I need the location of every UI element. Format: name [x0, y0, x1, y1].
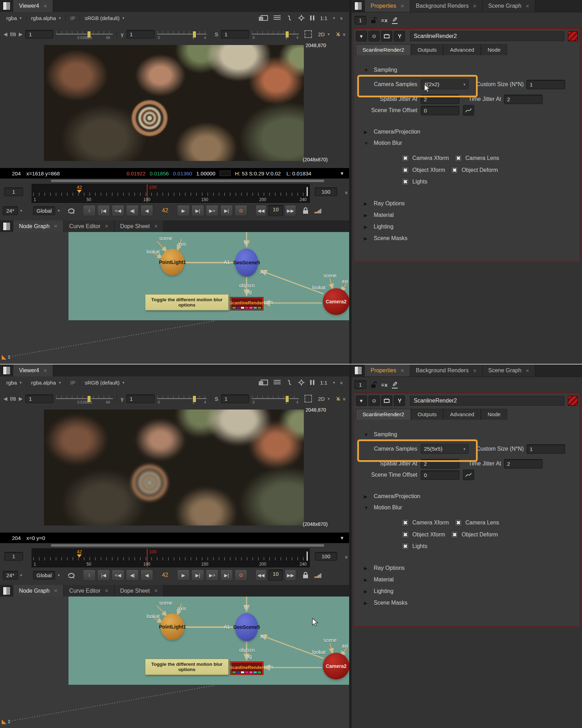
range-start-input[interactable]: 1	[4, 187, 23, 196]
close-icon[interactable]: ✕	[525, 4, 529, 9]
close-icon[interactable]: ✕	[44, 368, 47, 373]
checkbox-object-xform[interactable]: ✖ Object Xform	[401, 531, 445, 539]
node-camera2[interactable]: Camera2	[323, 288, 349, 315]
timeline-ruler[interactable]: 42 100 1 50 100 150 200 240	[32, 548, 310, 567]
nodegraph-canvas[interactable]: PointLight1 GeoScene5 Camera2 ScanlineRe…	[68, 232, 349, 320]
roi-marquee-icon[interactable]	[305, 30, 312, 38]
last-frame-button[interactable]: ▶|	[220, 205, 233, 216]
out-point-button[interactable]: O	[235, 569, 247, 581]
nodegraph-panel[interactable]: PointLight1 GeoScene5 Camera2 ScanlineRe…	[0, 232, 349, 364]
float-window-icon[interactable]	[261, 380, 268, 385]
close-all-panels-icon[interactable]: ≡x	[381, 382, 388, 388]
max-panels-input[interactable]: 1	[354, 16, 366, 25]
range-end-input[interactable]: 100	[315, 552, 337, 561]
close-icon[interactable]: ✕	[154, 224, 158, 229]
tab-scanlinerender2[interactable]: ScanlineRender2	[356, 44, 411, 55]
frame-step-input[interactable]: 10	[268, 205, 283, 216]
pause-icon[interactable]	[310, 15, 314, 20]
lock-range-icon[interactable]	[302, 571, 309, 579]
range-mode-select[interactable]: Global	[33, 206, 55, 215]
viewer-hscrollbar[interactable]	[51, 180, 324, 182]
close-icon[interactable]: ✕	[54, 224, 58, 229]
prev-keyframe-button[interactable]: <◀	[112, 205, 124, 216]
gamma-input[interactable]: 1	[126, 394, 155, 403]
section-lighting[interactable]: ▶ Lighting	[364, 224, 393, 230]
tab-curve-editor[interactable]: Curve Editor ✕	[64, 220, 115, 232]
scene-time-offset-input[interactable]: 0	[421, 106, 459, 115]
tab-scene-graph[interactable]: Scene Graph ✕	[483, 0, 535, 12]
checkbox-lights[interactable]: ✖ Lights	[401, 178, 427, 186]
collapse-chevrons-icon[interactable]: »	[339, 381, 345, 384]
input-process-button[interactable]: IP	[67, 380, 79, 386]
viewer-image[interactable]	[44, 410, 304, 526]
unlock-icon[interactable]	[371, 381, 377, 388]
next-frame-button[interactable]: ▶|	[191, 569, 204, 581]
node-geoscene5[interactable]: GeoScene5	[235, 613, 258, 641]
tab-viewer4[interactable]: Viewer4 ✕	[13, 365, 53, 376]
next-keyframe-button[interactable]: ▶>	[206, 569, 218, 581]
tab-scene-graph[interactable]: Scene Graph ✕	[483, 365, 535, 376]
edit-pencil-icon[interactable]: ✎	[392, 381, 398, 388]
saturation-input[interactable]: 1	[221, 394, 249, 403]
play-forward-button[interactable]: ▶	[177, 569, 190, 581]
edit-pencil-icon[interactable]: ✎	[392, 17, 398, 24]
pane-layout-icon[interactable]	[354, 366, 362, 375]
panel-divider[interactable]	[349, 0, 352, 364]
range-end-input[interactable]: 100	[315, 187, 337, 196]
collapse-chevrons-icon[interactable]: »	[344, 556, 349, 558]
chevron-down-icon[interactable]: ▾	[58, 573, 60, 578]
tab-curve-editor[interactable]: Curve Editor ✕	[64, 585, 115, 597]
chevron-down-icon[interactable]: ▾	[20, 573, 22, 578]
custom-size-input[interactable]: 1	[527, 444, 565, 454]
wrench-button[interactable]	[394, 395, 405, 406]
collapse-chevrons-icon[interactable]: »	[341, 33, 347, 35]
step-forward-button[interactable]: ▶▶	[285, 569, 296, 581]
section-scene-masks[interactable]: ▶ Scene Masks	[364, 600, 407, 606]
checkbox-camera-xform[interactable]: ✖ Camera Xform	[401, 519, 449, 527]
next-arrow-icon[interactable]: ▶	[19, 396, 22, 401]
chevron-down-icon[interactable]: ▾	[58, 208, 60, 213]
saturation-slider[interactable]: 0 1 4	[252, 393, 299, 405]
node-pointlight1[interactable]: PointLight1	[161, 613, 184, 640]
node-pointlight1[interactable]: PointLight1	[161, 249, 184, 276]
channel-select[interactable]: rgba ▾	[3, 15, 25, 21]
section-camera-projection[interactable]: ▶ Camera/Projection	[364, 129, 420, 135]
section-ray-options[interactable]: ▶ Ray Options	[364, 565, 405, 571]
roi-marquee-icon[interactable]	[305, 395, 312, 402]
aperture-label[interactable]: f/8	[10, 31, 16, 37]
fps-select[interactable]: 24*	[3, 571, 18, 580]
section-lighting[interactable]: ▶ Lighting	[364, 588, 393, 594]
tab-outputs[interactable]: Outputs	[411, 409, 443, 420]
current-frame-marker[interactable]: 42	[77, 185, 82, 193]
checkbox-object-deform[interactable]: ✖ Object Deform	[451, 531, 498, 539]
in-point-button[interactable]: I	[83, 569, 96, 581]
float-window-icon[interactable]	[261, 15, 268, 21]
checkbox-object-deform[interactable]: ✖ Object Deform	[451, 166, 498, 174]
zoom-level[interactable]: 1:1	[320, 15, 327, 21]
checkbox-camera-lens[interactable]: ✖ Camera Lens	[455, 154, 499, 162]
collapse-panel-button[interactable]: ▼	[356, 31, 367, 41]
prev-arrow-icon[interactable]: ◀	[4, 396, 7, 401]
current-frame-input[interactable]: 42	[156, 572, 175, 578]
gain-slider[interactable]: 0.015625 64	[56, 28, 113, 40]
tab-viewer4[interactable]: Viewer4 ✕	[13, 0, 53, 12]
close-icon[interactable]: ✕	[105, 224, 109, 229]
node-geoscene5[interactable]: GeoScene5	[235, 249, 258, 277]
gamma-slider[interactable]: 0 1 4	[157, 393, 207, 405]
menu-icon[interactable]	[274, 380, 281, 385]
panel-divider[interactable]	[349, 365, 352, 728]
tab-scanlinerender2[interactable]: ScanlineRender2	[356, 409, 411, 420]
close-icon[interactable]: ✕	[400, 368, 404, 373]
color-sample-icon[interactable]	[336, 31, 340, 38]
section-sampling[interactable]: ▼ Sampling	[364, 67, 397, 73]
close-icon[interactable]: ✕	[44, 4, 47, 9]
layer-select[interactable]: rgba.alpha ▾	[28, 15, 64, 21]
tab-properties[interactable]: Properties ✕	[365, 0, 410, 12]
status-dropdown-icon[interactable]: ▼	[340, 171, 344, 176]
menu-icon[interactable]	[274, 15, 281, 21]
collapse-chevrons-icon[interactable]: »	[344, 191, 349, 193]
node-scanlinerender2[interactable]: ScanlineRender2	[231, 662, 263, 675]
wrench-button[interactable]	[394, 31, 405, 41]
zoom-level[interactable]: 1:1	[320, 380, 327, 386]
sync-icon[interactable]	[286, 15, 293, 21]
